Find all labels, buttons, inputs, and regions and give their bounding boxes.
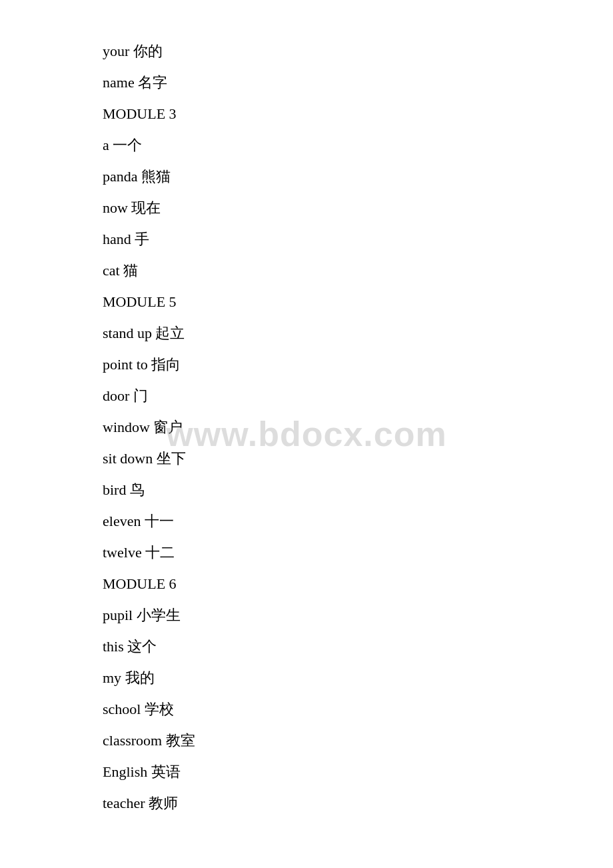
list-item: point to 指向 bbox=[103, 353, 613, 375]
list-item: bird 鸟 bbox=[103, 479, 613, 501]
list-item: door 门 bbox=[103, 385, 613, 407]
list-item: twelve 十二 bbox=[103, 541, 613, 563]
list-item: MODULE 3 bbox=[103, 103, 613, 125]
list-item: panda 熊猫 bbox=[103, 165, 613, 187]
list-item: MODULE 6 bbox=[103, 573, 613, 595]
list-item: MODULE 5 bbox=[103, 291, 613, 313]
list-item: my 我的 bbox=[103, 667, 613, 689]
list-item: your 你的 bbox=[103, 40, 613, 62]
list-item: sit down 坐下 bbox=[103, 447, 613, 469]
list-item: hand 手 bbox=[103, 228, 613, 250]
list-item: cat 猫 bbox=[103, 259, 613, 281]
list-item: English 英语 bbox=[103, 761, 613, 783]
list-item: school 学校 bbox=[103, 698, 613, 720]
list-item: eleven 十一 bbox=[103, 510, 613, 532]
list-item: name 名字 bbox=[103, 71, 613, 93]
list-item: teacher 教师 bbox=[103, 792, 613, 814]
list-item: a 一个 bbox=[103, 134, 613, 156]
list-item: window 窗户 bbox=[103, 416, 613, 438]
list-item: pupil 小学生 bbox=[103, 604, 613, 626]
list-item: now 现在 bbox=[103, 197, 613, 219]
page-content: your 你的name 名字MODULE 3a 一个panda 熊猫now 现在… bbox=[0, 0, 613, 863]
list-item: stand up 起立 bbox=[103, 322, 613, 344]
list-item: classroom 教室 bbox=[103, 729, 613, 751]
list-item: this 这个 bbox=[103, 635, 613, 657]
